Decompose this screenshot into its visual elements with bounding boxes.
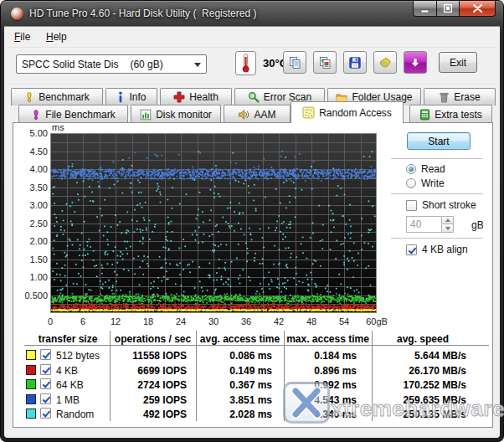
y-axis-unit-label: ms [52,122,64,132]
y-tick-label: 0.500 [24,290,48,301]
series-checkbox[interactable] [40,378,51,389]
col-header-transfer-size: transfer size [26,333,110,345]
maximize-button[interactable] [437,1,460,17]
x-tick-label: 60gB [360,316,393,326]
title-bar: HD Tune Pro 4.60 - Hard Disk Utility ( R… [1,1,503,26]
tab-health[interactable]: Health [160,88,232,105]
health-cross-icon [173,91,185,103]
read-radio[interactable]: Read [406,163,445,175]
drive-size: (60 gB) [130,59,162,70]
separator [391,158,483,160]
copy-image-icon [318,56,332,69]
series-checkbox[interactable] [40,349,51,360]
short-stroke-size-input[interactable] [406,216,441,233]
hand-icon [378,56,392,69]
x-tick-label: 18 [131,316,165,326]
exit-button[interactable]: Exit [439,52,477,73]
maximize-icon [444,4,452,13]
unit-label: gB [471,219,484,231]
start-button[interactable]: Start [407,132,471,150]
close-icon [473,4,482,13]
file-benchmark-icon [31,109,41,121]
screenshot: HD Tune Pro 4.60 - Hard Disk Utility ( R… [0,0,504,442]
short-stroke-checkbox[interactable]: Short stroke [406,199,476,211]
save-icon [348,56,362,69]
bar-chart-icon [140,109,152,121]
y-tick-label: 1.50 [30,254,48,265]
tab-info[interactable]: Info [105,88,157,105]
y-tick-label: 4.50 [30,146,48,157]
y-tick-label: 3.00 [30,200,48,210]
menu-file[interactable]: File [14,31,30,43]
watermark-x-icon [285,384,327,421]
series-color-swatch [26,394,36,404]
col-header-max-access: max. access time [285,333,370,345]
x-tick-label: 30 [197,316,230,326]
series-checkbox[interactable] [40,393,51,404]
download-results-button[interactable] [404,51,427,74]
short-stroke-size-field [406,216,454,233]
table-header-rule [24,345,489,346]
write-radio[interactable]: Write [406,177,445,189]
tab-random-access[interactable]: Random Access [291,101,404,123]
options-button[interactable] [373,51,397,74]
y-tick-label: 2.00 [30,236,48,246]
y-tick-label: 4.00 [30,164,48,174]
minimize-icon [421,5,429,13]
y-tick-label: 3.50 [30,182,48,193]
align-checkbox[interactable]: 4 KB align [406,244,468,255]
tab-erase[interactable]: Erase [424,88,496,105]
table-column-rule [196,331,197,421]
close-button[interactable] [460,1,496,17]
down-arrow-icon [445,227,450,230]
window-title: HD Tune Pro 4.60 - Hard Disk Utility ( R… [29,8,256,19]
tab-aam[interactable]: AAM [224,105,291,123]
copy-text-button[interactable] [283,51,306,74]
x-axis-tick-labels: 06121824303642485460gB [50,316,385,328]
spin-up-button[interactable] [441,216,454,224]
save-button[interactable] [343,51,367,74]
col-header-operations: operations / sec [111,333,194,345]
x-tick-label: 36 [229,316,263,326]
series-checkbox[interactable] [40,364,51,375]
menu-help[interactable]: Help [46,31,67,43]
series-color-swatch [26,409,36,419]
random-access-icon [302,106,315,119]
tab-file-benchmark[interactable]: File Benchmark [18,105,128,123]
copy-icon [288,56,301,69]
tab-disk-monitor[interactable]: Disk monitor [131,105,221,123]
series-color-swatch [26,379,36,389]
tab-extra-tests[interactable]: Extra tests [409,105,492,123]
copy-image-button[interactable] [313,51,337,74]
x-tick-label: 48 [295,316,328,326]
checkbox-checked-icon [406,244,417,255]
series-checkbox[interactable] [40,408,51,419]
x-tick-label: 6 [66,316,100,326]
tab-benchmark[interactable]: Benchmark [11,88,103,105]
col-header-avg-speed: avg. speed [373,333,472,345]
chevron-down-icon [194,63,201,67]
series-color-swatch [26,365,36,375]
radio-icon [406,178,416,188]
info-icon [116,91,125,103]
temperature-button[interactable] [235,51,256,75]
minimize-button[interactable] [413,1,437,17]
trash-icon [439,91,450,103]
spin-down-button[interactable] [441,224,454,233]
y-tick-label: 1.00 [30,272,48,282]
down-arrow-icon [409,57,421,69]
x-tick-label: 0 [33,316,67,326]
radio-selected-icon [406,164,416,174]
chart-canvas [50,133,377,313]
toolbar-separator [8,84,496,85]
separator [391,193,483,195]
col-header-avg-access: avg. access time [198,333,282,345]
window-controls [413,1,496,17]
menu-separator [8,47,496,48]
benchmark-icon [24,91,34,103]
y-tick-label: 5.00 [30,128,48,138]
thermometer-icon [239,53,252,74]
app-window: HD Tune Pro 4.60 - Hard Disk Utility ( R… [0,0,504,442]
x-tick-label: 54 [327,316,361,326]
drive-select[interactable]: SPCC Solid State Dis (60 gB) [16,54,207,74]
